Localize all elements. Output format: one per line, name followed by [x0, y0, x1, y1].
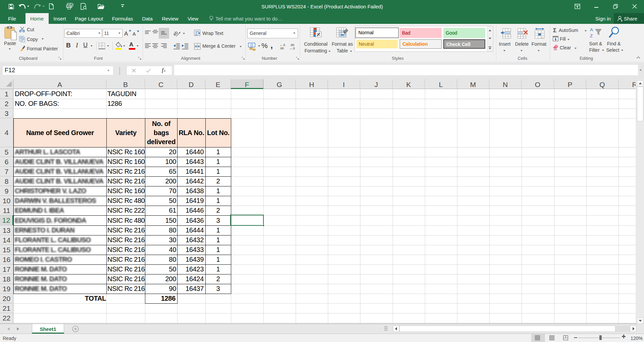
svg-text:ab: ab — [174, 30, 179, 37]
svg-text:A: A — [590, 27, 593, 32]
svg-text:Z: Z — [590, 33, 593, 38]
svg-text:.00: .00 — [280, 47, 284, 50]
svg-text:A: A — [133, 31, 136, 37]
svg-text:→.0: →.0 — [289, 47, 295, 50]
svg-text:A: A — [124, 31, 128, 37]
svg-text:.00: .00 — [290, 43, 294, 47]
svg-text:←.0: ←.0 — [280, 43, 285, 47]
